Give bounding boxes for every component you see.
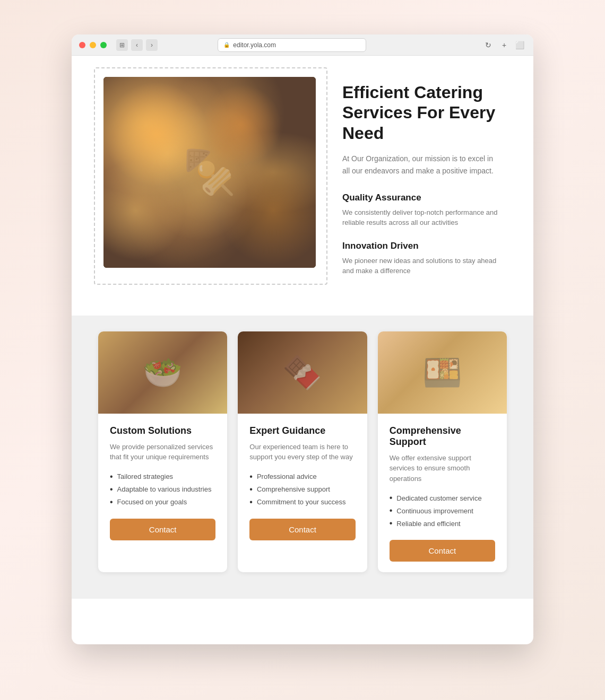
card2-list: Professional advice Comprehensive suppor… xyxy=(249,472,355,507)
feature1-title: Quality Assurance xyxy=(342,192,502,203)
url-text: editor.yola.com xyxy=(233,41,276,49)
extensions-button[interactable]: ⬜ xyxy=(514,39,526,51)
card3-contact-button[interactable]: Contact xyxy=(390,540,495,562)
traffic-light-yellow[interactable] xyxy=(90,42,96,48)
card3-food-image xyxy=(378,331,507,414)
card2-desc: Our experienced team is here to support … xyxy=(249,442,355,462)
catering-image-overlay xyxy=(103,77,316,268)
forward-button[interactable]: › xyxy=(146,39,158,51)
card1-title: Custom Solutions xyxy=(110,425,215,436)
cards-section: Custom Solutions We provide personalized… xyxy=(72,316,533,599)
card1-image xyxy=(98,331,227,414)
card1-list: Tailored strategies Adaptable to various… xyxy=(110,472,215,507)
card-custom-solutions: Custom Solutions We provide personalized… xyxy=(98,331,227,573)
list-item: Focused on your goals xyxy=(110,497,215,507)
feature2-title: Innovation Driven xyxy=(342,241,502,251)
card3-list: Dedicated customer service Continuous im… xyxy=(390,493,495,528)
card2-body: Expert Guidance Our experienced team is … xyxy=(238,414,367,551)
sidebar-toggle-button[interactable]: ⊞ xyxy=(116,39,128,51)
browser-actions: ↻ + ⬜ xyxy=(482,39,526,51)
list-item: Comprehensive support xyxy=(249,485,355,494)
list-item: Dedicated customer service xyxy=(390,493,495,503)
card2-image xyxy=(238,331,367,414)
browser-window: ⊞ ‹ › 🔒 editor.yola.com ↻ + ⬜ xyxy=(72,34,533,644)
card3-body: Comprehensive Support We offer extensive… xyxy=(378,414,507,573)
address-bar[interactable]: 🔒 editor.yola.com xyxy=(218,38,366,52)
hero-title: Efficient Catering Services For Every Ne… xyxy=(342,82,502,143)
card1-desc: We provide personalized services that fi… xyxy=(110,442,215,462)
card1-body: Custom Solutions We provide personalized… xyxy=(98,414,227,551)
list-item: Reliable and efficient xyxy=(390,519,495,528)
browser-controls: ⊞ ‹ › xyxy=(116,39,158,51)
card3-image xyxy=(378,331,507,414)
card1-food-image xyxy=(98,331,227,414)
feature-quality: Quality Assurance We consistently delive… xyxy=(342,192,502,228)
hero-text-content: Efficient Catering Services For Every Ne… xyxy=(342,77,502,289)
card3-title: Comprehensive Support xyxy=(390,425,495,448)
feature1-desc: We consistently deliver top-notch perfor… xyxy=(342,207,502,228)
new-tab-button[interactable]: + xyxy=(498,39,510,51)
catering-image-bg xyxy=(103,77,316,268)
hero-subtitle: At Our Organization, our mission is to e… xyxy=(342,153,502,177)
traffic-light-green[interactable] xyxy=(100,42,107,48)
hero-section: Efficient Catering Services For Every Ne… xyxy=(72,56,533,316)
card-expert-guidance: Expert Guidance Our experienced team is … xyxy=(238,331,367,573)
browser-titlebar: ⊞ ‹ › 🔒 editor.yola.com ↻ + ⬜ xyxy=(72,34,533,56)
list-item: Adaptable to various industries xyxy=(110,485,215,494)
cards-grid: Custom Solutions We provide personalized… xyxy=(98,331,507,573)
feature-innovation: Innovation Driven We pioneer new ideas a… xyxy=(342,241,502,276)
list-item: Continuous improvement xyxy=(390,506,495,515)
traffic-light-red[interactable] xyxy=(79,42,85,48)
card2-food-image xyxy=(238,331,367,414)
list-item: Professional advice xyxy=(249,472,355,482)
card-comprehensive-support: Comprehensive Support We offer extensive… xyxy=(378,331,507,573)
back-button[interactable]: ‹ xyxy=(131,39,143,51)
browser-content: Efficient Catering Services For Every Ne… xyxy=(72,56,533,599)
card2-title: Expert Guidance xyxy=(249,425,355,436)
lock-icon: 🔒 xyxy=(223,42,230,48)
hero-food-image xyxy=(103,77,316,268)
refresh-button[interactable]: ↻ xyxy=(482,39,494,51)
list-item: Commitment to your success xyxy=(249,497,355,507)
feature2-desc: We pioneer new ideas and solutions to st… xyxy=(342,256,502,276)
card3-desc: We offer extensive support services to e… xyxy=(390,453,495,484)
card2-contact-button[interactable]: Contact xyxy=(249,519,355,540)
list-item: Tailored strategies xyxy=(110,472,215,482)
card1-contact-button[interactable]: Contact xyxy=(110,519,215,540)
hero-image-container xyxy=(103,77,316,268)
